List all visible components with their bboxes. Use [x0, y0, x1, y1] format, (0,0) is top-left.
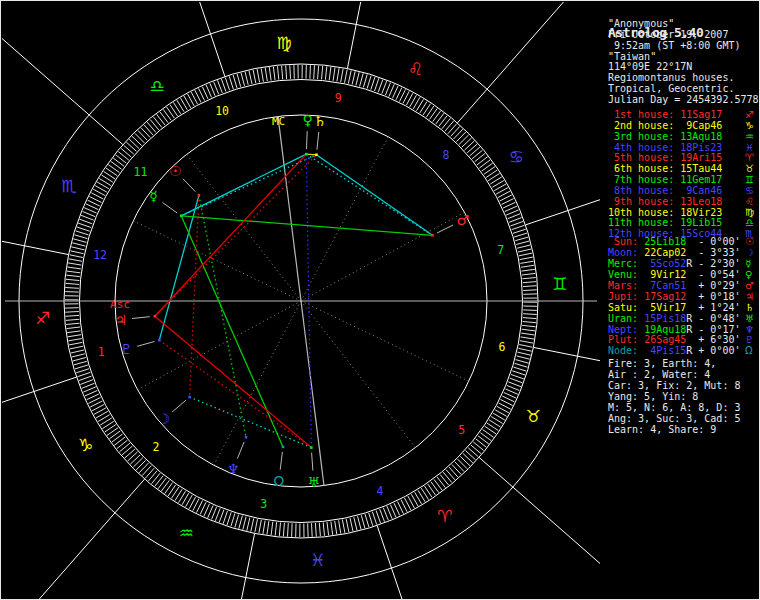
house-number-4: 4	[376, 484, 383, 498]
stat-line: Learn: 4, Share: 9	[608, 424, 740, 435]
degree-tick	[473, 442, 484, 451]
degree-tick	[523, 310, 537, 311]
degree-tick	[523, 286, 537, 287]
degree-tick	[241, 73, 245, 86]
planet-glyph-jupiter: ♃	[115, 312, 128, 328]
degree-tick	[515, 363, 528, 367]
degree-tick	[68, 339, 81, 341]
degree-tick	[475, 153, 486, 161]
degree-tick	[354, 517, 357, 530]
degree-tick	[130, 455, 140, 464]
sign-boundary	[115, 479, 145, 513]
degree-tick	[442, 118, 451, 129]
degree-tick	[257, 69, 260, 82]
planet-point-node	[282, 446, 285, 449]
degree-tick	[465, 141, 475, 150]
sign-glyph-libra: ♎	[150, 76, 165, 96]
stat-line: M: 5, N: 6, A: 8, D: 3	[608, 402, 740, 413]
sign-boundary	[533, 347, 577, 356]
degree-tick	[223, 511, 227, 524]
degree-tick	[292, 523, 293, 537]
degree-tick	[511, 221, 524, 226]
degree-tick	[367, 76, 371, 89]
degree-tick	[153, 117, 161, 128]
degree-tick	[523, 290, 537, 291]
aspect-moon-uranus	[190, 397, 312, 448]
degree-tick	[310, 65, 311, 79]
degree-tick	[155, 476, 163, 487]
sign-glyph-scorpio: ♏	[61, 176, 76, 196]
degree-tick	[117, 440, 128, 448]
degree-tick	[278, 66, 279, 79]
degree-tick	[312, 523, 313, 537]
degree-tick	[521, 265, 534, 267]
degree-tick	[518, 348, 531, 351]
degree-tick	[325, 66, 326, 79]
degree-tick	[290, 65, 291, 79]
degree-tick	[66, 323, 79, 324]
degree-tick	[259, 520, 261, 533]
degree-tick	[66, 275, 79, 276]
degree-tick	[69, 259, 82, 261]
degree-tick	[507, 385, 520, 390]
degree-tick	[376, 511, 381, 524]
degree-tick	[516, 360, 529, 364]
degree-tick	[79, 376, 92, 381]
degree-tick	[227, 512, 231, 525]
degree-tick	[360, 73, 364, 86]
sign-glyph-aries: ♈	[437, 506, 452, 526]
planet-glyph-uranus: ♅	[307, 474, 320, 490]
degree-tick	[462, 138, 472, 147]
degree-tick	[225, 78, 229, 91]
sign-glyph-virgo: ♍	[277, 33, 292, 53]
degree-tick	[352, 71, 355, 84]
degree-tick	[350, 518, 353, 531]
sign-boundary-extension	[39, 513, 115, 600]
degree-tick	[454, 129, 463, 139]
degree-tick	[509, 218, 522, 223]
sign-glyph-capricorn: ♑	[78, 435, 93, 455]
info-line: Julian Day = 2454392.5778	[608, 95, 759, 106]
degree-tick	[69, 342, 82, 345]
degree-tick	[342, 520, 345, 533]
degree-tick	[523, 318, 536, 319]
degree-tick	[283, 523, 284, 536]
houses-table: 1st house: 11Sag17♐ 2nd house: 9Cap46♑ 3…	[608, 110, 722, 240]
degree-tick	[523, 322, 536, 323]
stat-line: Car: 3, Fix: 2, Mut: 8	[608, 380, 740, 391]
degree-tick	[82, 383, 95, 388]
degree-tick	[139, 463, 148, 473]
degree-tick	[267, 521, 269, 534]
degree-tick	[341, 69, 343, 82]
degree-tick	[72, 354, 85, 357]
degree-tick	[505, 389, 517, 394]
degree-tick	[124, 145, 134, 154]
house-cusp-line	[301, 212, 465, 301]
degree-tick	[322, 66, 323, 79]
degree-tick	[519, 345, 532, 348]
degree-tick	[212, 507, 217, 520]
degree-tick	[78, 372, 91, 376]
degree-tick	[66, 315, 80, 316]
degree-tick	[263, 521, 265, 534]
degree-tick	[73, 239, 86, 243]
planet-icon: Ω	[745, 346, 753, 357]
planet-point-moon	[188, 396, 191, 399]
degree-tick	[506, 210, 519, 215]
degree-tick	[436, 113, 444, 124]
sign-glyph-sagittarius: ♐	[35, 308, 50, 328]
sign-boundary	[246, 533, 255, 577]
degree-tick	[476, 439, 487, 447]
degree-tick	[513, 229, 526, 233]
stat-line: Air : 2, Water: 4	[608, 369, 740, 380]
degree-tick	[437, 477, 445, 488]
degree-tick	[522, 325, 535, 326]
degree-tick	[371, 77, 375, 90]
degree-tick	[208, 505, 213, 517]
degree-tick	[337, 68, 339, 81]
aspect-pluto-uranus	[159, 340, 311, 447]
degree-tick	[331, 522, 333, 535]
sign-boundary-extension	[513, 487, 600, 563]
degree-tick	[471, 445, 481, 454]
info-line: 9:52am (ST +8:00 GMT)	[608, 41, 759, 52]
